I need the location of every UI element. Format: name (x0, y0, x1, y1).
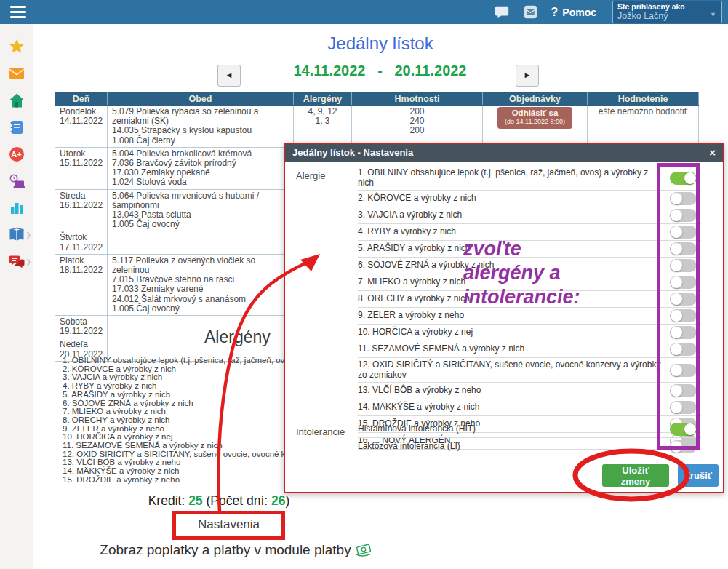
allergy-row-label: 6. SÓJOVÉ ZRNÁ a výrobky z nich (358, 259, 670, 272)
intolerance-rows: Histamínová intolerancia (HIT) Laktózová… (358, 421, 701, 455)
allergy-row: 7. MLIEKO a výrobky z nich (358, 274, 701, 291)
day-cell: Utorok15.11.2022 (55, 147, 108, 189)
intolerance-row: Histamínová intolerancia (HIT) (358, 421, 701, 438)
page-title: Jedálny lístok (33, 33, 728, 54)
home-icon (8, 92, 25, 109)
sidebar-item-statistics[interactable] (0, 194, 33, 221)
chevron-right-icon: ❯ (25, 258, 31, 266)
weights-cell: 200 240 200 (352, 106, 483, 148)
toggle-knob (671, 441, 682, 453)
allergy-row: 9. ZELER a výrobky z neho (358, 308, 701, 325)
allergen-toggle[interactable] (670, 343, 697, 356)
chat-bubbles-icon (8, 253, 25, 271)
hamburger-menu-icon[interactable] (10, 6, 26, 18)
help-button[interactable]: Pomoc (562, 7, 596, 18)
cancel-button[interactable]: Zrušiť (678, 464, 719, 487)
allergy-row: 11. SEZAMOVÉ SEMENÁ a výrobky z nich (358, 341, 701, 358)
day-name: Piatok (60, 255, 84, 266)
meals-cell: 5.004 Polievka brokolicová krémová 7.036… (108, 147, 294, 189)
allergen-toggle[interactable] (670, 242, 697, 255)
sidebar-item-grades[interactable]: A+ (0, 140, 33, 167)
allergen-toggle[interactable] (670, 259, 697, 272)
allergen-toggle[interactable] (670, 172, 697, 185)
week-range: 14.11.2022 - 20.11.2022 (258, 63, 502, 79)
sidebar-item-home[interactable] (0, 87, 33, 114)
top-bar: ? Pomoc Ste prihlásený ako Jožko Lačný ▼ (0, 0, 728, 24)
help-question-icon[interactable]: ? (551, 6, 559, 19)
toggle-knob (671, 210, 682, 221)
mail-icon[interactable] (522, 4, 540, 21)
day-date: 16.11.2022 (60, 200, 103, 210)
credit-label: Kredit: (148, 493, 185, 508)
sidebar-item-communication[interactable]: ❯ (0, 248, 33, 275)
sidebar-item-messages[interactable] (0, 60, 33, 87)
allergen-toggle[interactable] (670, 384, 697, 397)
allergy-section-label: Alergie (296, 170, 325, 181)
previous-week-button[interactable]: ◄ (217, 65, 241, 87)
allergen-toggle[interactable] (670, 209, 697, 222)
toggle-knob (671, 276, 682, 288)
unsubscribe-label: Odhlásiť sa (505, 109, 565, 117)
day-cell: Štvrtok17.11.2022 (55, 231, 108, 254)
intolerance-section-label: Intolerancie (296, 426, 345, 437)
day-name: Pondelok (60, 106, 96, 116)
day-name: Sobota (60, 317, 87, 327)
column-header: Deň (55, 92, 108, 106)
chevron-down-icon: ▼ (710, 11, 716, 18)
grade-a-plus-icon: A+ (8, 146, 25, 163)
allergen-toggle[interactable] (670, 276, 697, 289)
payments-link[interactable]: Zobraz poplatky a platby v module platby (33, 541, 440, 558)
payments-label: Zobraz poplatky a platby v module platby (100, 542, 351, 557)
allergen-toggle[interactable] (670, 326, 697, 339)
allergen-toggle[interactable] (670, 192, 697, 205)
login-caption: Ste prihlásený ako (617, 2, 717, 11)
next-week-button[interactable]: ► (516, 65, 539, 87)
allergy-row: 5. ARAŠIDY a výrobky z nich (358, 241, 701, 258)
meals-cell: 5.064 Polievka mrvenicová s hubami / šam… (108, 189, 294, 231)
day-date: 14.11.2022 (60, 116, 103, 126)
allergy-row-label: 7. MLIEKO a výrobky z nich (358, 276, 670, 289)
sidebar-item-attendance[interactable] (0, 167, 33, 194)
chat-icon[interactable] (493, 4, 511, 21)
allergen-toggle[interactable] (670, 364, 697, 377)
column-header: Obed (108, 92, 294, 106)
allergy-rows: 1. OBILNINY obsahujúce lepok (t.j. pšeni… (358, 166, 701, 450)
unsubscribe-deadline: (do 14.11.2022 8:00) (505, 118, 565, 126)
allergen-toggle[interactable] (670, 226, 697, 239)
intolerance-toggle[interactable] (670, 440, 697, 453)
meals-cell: 5.079 Polievka rybacia so zeleninou a ze… (108, 106, 294, 148)
allergy-row-label: 10. HORČICA a výrobky z nej (358, 326, 670, 339)
allergy-row-label: 1. OBILNINY obsahujúce lepok (t.j. pšeni… (358, 167, 670, 189)
sidebar-item-classbook[interactable] (0, 114, 33, 140)
allergy-row: 14. MÄKKÝŠE a výrobky z nich (358, 399, 701, 416)
allergy-row: 1. OBILNINY obsahujúce lepok (t.j. pšeni… (358, 166, 701, 191)
left-sidebar: A+ ❯ ❯ (0, 24, 33, 569)
settings-link[interactable]: Nastavenia (172, 511, 285, 540)
mail-glyph (523, 4, 538, 20)
allergen-toggle[interactable] (670, 293, 697, 306)
allergy-row: 6. SÓJOVÉ ZRNÁ a výrobky z nich (358, 258, 701, 274)
chat-bubble-glyph (494, 4, 510, 20)
day-cell: Pondelok14.11.2022 (55, 106, 108, 148)
save-changes-button[interactable]: Uložiť zmeny (602, 464, 669, 487)
unsubscribe-meal-button[interactable]: Odhlásiť sa (do 14.11.2022 8:00) (497, 107, 572, 129)
money-icon (354, 541, 373, 557)
sidebar-item-favorites[interactable] (0, 33, 33, 60)
week-to: 20.11.2022 (395, 63, 467, 79)
toggle-knob (671, 310, 682, 322)
day-date: 17.11.2022 (60, 242, 103, 252)
allergy-row-label: 4. RYBY a výrobky z nich (358, 226, 670, 239)
intolerance-toggle[interactable] (670, 423, 697, 436)
allergy-row-label: 12. OXID SIRIČITÝ a SIRIČITANY, sušené o… (358, 359, 670, 381)
close-icon[interactable]: × (709, 144, 716, 162)
day-date: 18.11.2022 (60, 265, 103, 275)
allergy-row: 2. KÔROVCE a výrobky z nich (358, 191, 701, 207)
allergen-toggle[interactable] (670, 309, 697, 322)
allergy-row: 10. HORČICA a výrobky z nej (358, 325, 701, 341)
allergen-toggle[interactable] (670, 401, 697, 414)
orders-cell: Odhlásiť sa (do 14.11.2022 8:00) (483, 106, 588, 148)
sidebar-item-library[interactable]: ❯ (0, 221, 33, 248)
toggle-knob (671, 327, 682, 338)
svg-text:A+: A+ (11, 150, 21, 159)
user-dropdown[interactable]: Ste prihlásený ako Jožko Lačný ▼ (612, 1, 722, 23)
